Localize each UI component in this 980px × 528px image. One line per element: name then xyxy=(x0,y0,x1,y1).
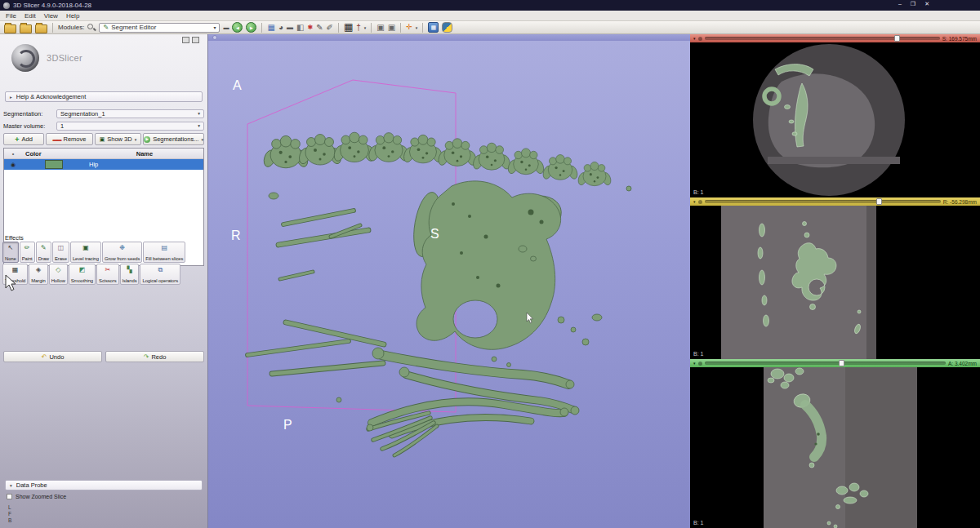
threshold-icon: ▦ xyxy=(12,266,19,274)
load-data-icon[interactable] xyxy=(4,24,16,33)
show-3d-button[interactable]: ▣ Show 3D ▾ xyxy=(95,133,141,145)
green-slice-viewport[interactable]: B: 1 xyxy=(690,367,980,528)
chevron-down-icon[interactable]: ▾ xyxy=(693,361,696,366)
eye-icon[interactable]: ◉ xyxy=(4,162,22,168)
eye-icon[interactable] xyxy=(698,200,702,204)
remove-segment-button[interactable]: ▬▬ Remove xyxy=(46,133,92,145)
red-slice-controller[interactable]: ▾ S: 169.575mm xyxy=(690,34,980,42)
show3d-icon: ▣ xyxy=(100,136,105,143)
add-segment-button[interactable]: + Add xyxy=(3,133,44,145)
forward-button[interactable]: ▶ xyxy=(246,22,256,33)
green-slice-image xyxy=(690,367,980,528)
eye-icon[interactable] xyxy=(698,37,702,41)
segment-color-swatch[interactable] xyxy=(45,160,63,169)
layout-selector-icon[interactable]: ▦ xyxy=(267,23,274,32)
slice-view-red[interactable]: ▾ S: 169.575mm B: 1 xyxy=(690,34,980,197)
effect-level-tracing-button[interactable]: ▣Level tracing xyxy=(70,242,101,263)
segmentation-selector[interactable]: Segmentation_1 ▾ xyxy=(56,109,204,118)
chevron-down-icon[interactable]: ▾ xyxy=(416,25,418,30)
menu-edit[interactable]: Edit xyxy=(20,12,40,20)
crosshair-icon[interactable]: ✛ xyxy=(406,23,412,32)
data-probe-section[interactable]: ▾ Data Probe xyxy=(5,480,203,490)
eye-icon[interactable] xyxy=(698,362,702,366)
effect-islands-button[interactable]: ▚Islands xyxy=(120,264,140,285)
segmentation-value: Segmentation_1 xyxy=(60,110,105,118)
save-icon[interactable] xyxy=(35,24,47,33)
effect-fill-between-slices-button[interactable]: ▤Fill between slices xyxy=(143,242,185,263)
orientation-letter-right: R xyxy=(231,229,241,243)
segment-row-hip[interactable]: ◉ Hip xyxy=(4,159,203,170)
measure-icon[interactable]: ✐ xyxy=(327,23,333,32)
view-3d[interactable]: A R S P xyxy=(208,34,690,528)
panel-undock-icon[interactable] xyxy=(182,37,189,43)
pin-icon[interactable] xyxy=(212,35,217,40)
islands-icon: ▚ xyxy=(127,266,131,274)
maximize-button[interactable]: ❐ xyxy=(911,1,915,7)
tables-icon[interactable]: ▦ xyxy=(344,23,353,32)
scene-views-icon[interactable]: ▣ xyxy=(388,23,395,32)
red-slice-viewport[interactable]: B: 1 xyxy=(690,42,980,197)
undo-button[interactable]: ↶ Undo xyxy=(3,351,102,362)
slice-view-green[interactable]: ▾ A: 3.402mm xyxy=(690,359,980,528)
layer-label-f: F xyxy=(8,511,11,517)
slice-view-yellow[interactable]: ▾ R: -56.298mm B: xyxy=(690,197,980,359)
green-slice-controller[interactable]: ▾ A: 3.402mm xyxy=(690,359,980,367)
effect-grow-from-seeds-button[interactable]: ❉Grow from seeds xyxy=(102,242,142,263)
chevron-down-icon[interactable]: ▾ xyxy=(693,199,696,204)
effect-scissors-button[interactable]: ✂Scissors xyxy=(96,264,118,285)
load-dicom-icon[interactable] xyxy=(20,24,32,33)
units-icon[interactable]: † xyxy=(356,23,361,32)
effect-erase-button[interactable]: ◫Erase xyxy=(52,242,69,263)
minimize-button[interactable]: – xyxy=(898,1,902,7)
transforms-icon[interactable]: ◧ xyxy=(296,23,304,32)
yellow-slice-controller[interactable]: ▾ R: -56.298mm xyxy=(690,197,980,206)
segmentations-button[interactable]: ▶ Segmentations... ▾ xyxy=(143,133,204,145)
window-level-icon[interactable]: ▬ xyxy=(287,23,293,32)
yellow-slider-handle[interactable] xyxy=(876,198,882,205)
back-button[interactable]: ◀ xyxy=(232,22,243,33)
green-slider-handle[interactable] xyxy=(839,360,844,366)
show-zoomed-slice-checkbox[interactable] xyxy=(7,494,12,499)
chevron-down-icon: ▾ xyxy=(201,137,203,142)
yellow-slice-viewport[interactable]: B: 1 xyxy=(690,206,980,359)
close-button[interactable]: ✕ xyxy=(924,1,929,7)
view-3d-viewport[interactable]: A R S P xyxy=(208,41,690,528)
master-volume-selector[interactable]: 1 ▾ xyxy=(56,122,204,131)
module-selector[interactable]: ✎ Segment Editor ▾ xyxy=(99,23,220,33)
red-slider-handle[interactable] xyxy=(894,35,900,42)
menu-help[interactable]: Help xyxy=(62,12,83,20)
paint-icon: ✏ xyxy=(24,244,30,252)
yellow-slice-slider[interactable] xyxy=(705,200,941,203)
green-slice-slider[interactable] xyxy=(705,362,946,365)
module-search-icon[interactable] xyxy=(87,24,96,32)
menu-file[interactable]: File xyxy=(2,12,20,20)
chevron-down-icon[interactable]: ▾ xyxy=(693,36,696,41)
help-acknowledgement-section[interactable]: ▸ Help & Acknowledgement xyxy=(5,91,203,102)
yellow-slice-image xyxy=(690,206,980,359)
red-slice-offset: S: 169.575mm xyxy=(942,36,977,42)
module-history-icon[interactable]: ▬ xyxy=(223,23,229,32)
markups-icon[interactable]: ✱ xyxy=(307,23,313,32)
effects-label: Effects xyxy=(5,234,24,242)
extensions-manager-icon[interactable]: ▦ xyxy=(428,22,439,33)
chevron-down-icon[interactable]: ▾ xyxy=(364,25,367,30)
mouse-mode-icon[interactable]: ◕ xyxy=(278,23,283,32)
panel-hide-icon[interactable] xyxy=(192,37,199,43)
red-slice-slider[interactable] xyxy=(705,37,940,40)
effect-margin-button[interactable]: ◈Margin xyxy=(29,264,47,285)
effect-smoothing-button[interactable]: ◩Smoothing xyxy=(69,264,96,285)
redo-button[interactable]: ↷ Redo xyxy=(105,351,204,362)
effect-none-button[interactable]: ↖None xyxy=(2,242,19,263)
effect-draw-button[interactable]: ✎Draw xyxy=(36,242,51,263)
screenshot-icon[interactable]: ▣ xyxy=(376,23,384,32)
menu-view[interactable]: View xyxy=(40,12,62,20)
effect-logical-operators-button[interactable]: ⧉Logical operators xyxy=(140,264,180,285)
toolbar-separator xyxy=(422,23,423,33)
effect-hollow-button[interactable]: ◇Hollow xyxy=(49,264,68,285)
collapsed-arrow-icon: ▸ xyxy=(10,95,12,100)
annotate-pencil-icon[interactable]: ✎ xyxy=(316,23,323,32)
draw-icon: ✎ xyxy=(41,244,47,252)
python-console-icon[interactable] xyxy=(442,22,452,33)
effect-paint-button[interactable]: ✏Paint xyxy=(20,242,35,263)
segment-name[interactable]: Hip xyxy=(86,161,98,168)
